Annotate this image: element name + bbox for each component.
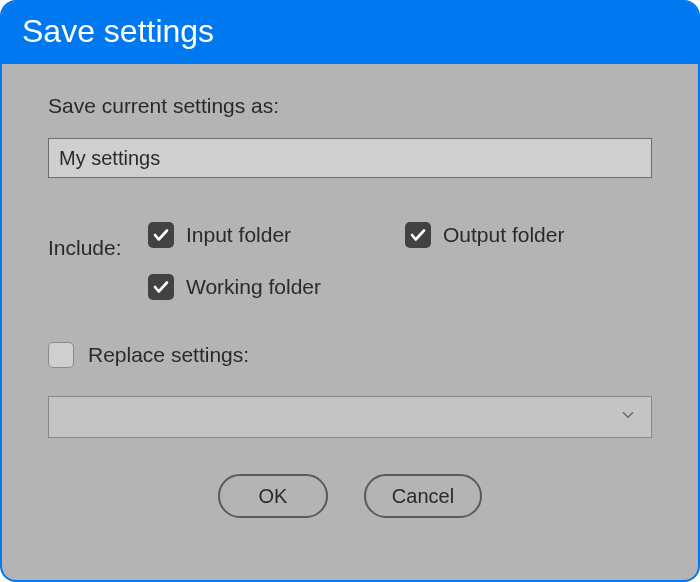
checkbox-empty-icon bbox=[48, 342, 74, 368]
dialog-body: Save current settings as: Include: Input… bbox=[2, 64, 698, 580]
include-input-folder-checkbox[interactable]: Input folder bbox=[148, 222, 395, 248]
include-output-folder-checkbox[interactable]: Output folder bbox=[405, 222, 652, 248]
cancel-button[interactable]: Cancel bbox=[364, 474, 482, 518]
include-section: Include: Input folder Output folder bbox=[48, 222, 652, 300]
dialog-buttons: OK Cancel bbox=[48, 474, 652, 518]
save-settings-dialog: Save settings Save current settings as: … bbox=[0, 0, 700, 582]
checkmark-icon bbox=[148, 274, 174, 300]
include-working-folder-label: Working folder bbox=[186, 275, 321, 299]
include-output-folder-label: Output folder bbox=[443, 223, 564, 247]
include-input-folder-label: Input folder bbox=[186, 223, 291, 247]
replace-settings-row: Replace settings: bbox=[48, 342, 652, 368]
replace-settings-dropdown-wrap bbox=[48, 396, 652, 438]
settings-name-input[interactable] bbox=[48, 138, 652, 178]
include-working-folder-checkbox[interactable]: Working folder bbox=[148, 274, 395, 300]
ok-button[interactable]: OK bbox=[218, 474, 328, 518]
save-as-label: Save current settings as: bbox=[48, 94, 652, 118]
include-label: Include: bbox=[48, 222, 148, 260]
checkmark-icon bbox=[148, 222, 174, 248]
replace-settings-label: Replace settings: bbox=[88, 343, 249, 367]
include-checkboxes: Input folder Output folder Working folde… bbox=[148, 222, 652, 300]
replace-settings-checkbox[interactable]: Replace settings: bbox=[48, 342, 249, 368]
chevron-down-icon bbox=[619, 405, 637, 429]
window-title: Save settings bbox=[22, 13, 214, 50]
replace-settings-dropdown[interactable] bbox=[48, 396, 652, 438]
checkmark-icon bbox=[405, 222, 431, 248]
titlebar: Save settings bbox=[2, 2, 698, 64]
